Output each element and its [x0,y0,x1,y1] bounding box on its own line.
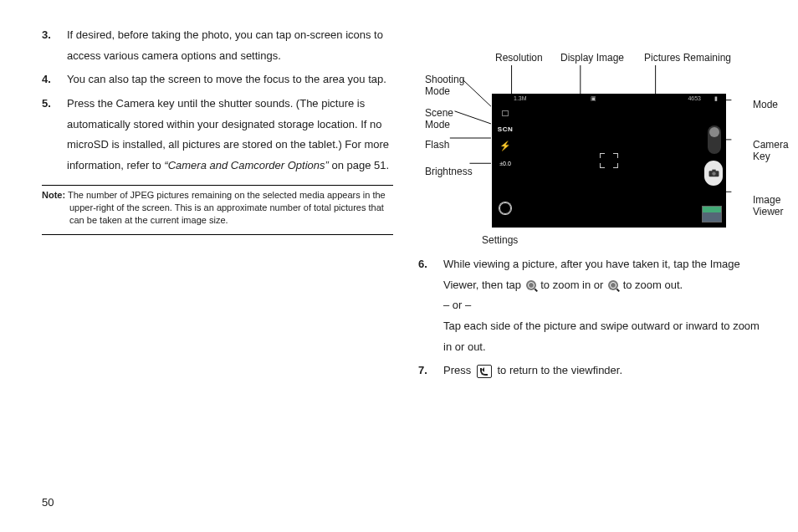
label-settings: Settings [482,234,518,246]
image-viewer-icon [702,206,722,223]
camera-topbar: 1.3M ▣ 4653 ▮ [492,95,726,105]
flash-icon: ⚡ [497,141,514,151]
cross-reference-page: on page 51. [329,159,389,171]
step-number: 4. [42,69,67,90]
note-label: Note: [42,190,65,200]
label-scene-mode: SceneMode [425,107,453,131]
step-text: You can also tap the screen to move the … [67,69,393,90]
brightness-icon: ±0.0 [497,161,514,166]
svg-point-13 [712,171,715,175]
step-number: 3. [42,25,67,66]
divider [42,234,393,235]
topbar-display-image-icon: ▣ [591,95,596,102]
camera-diagram: Resolution Display Image Pictures Remain… [418,33,766,243]
settings-icon [497,202,514,214]
camera-screen: 1.3M ▣ 4653 ▮ □ SCN ⚡ ±0.0 [492,94,726,228]
step-text: If desired, before taking the photo, you… [67,25,393,66]
label-mode: Mode [753,99,778,110]
step-number: 6. [418,254,443,357]
label-brightness: Brightness [425,166,473,177]
step-3: 3. If desired, before taking the photo, … [42,25,393,66]
label-resolution: Resolution [495,52,543,64]
shooting-mode-icon: □ [497,107,514,119]
step-text: Press to return to the viewfinder. [443,361,766,381]
label-image-viewer: ImageViewer [753,194,783,218]
zoom-out-icon [608,280,618,290]
step-7: 7. Press to return to the viewfinder. [418,361,766,381]
note-text: The number of JPEG pictures remaining on… [65,190,386,225]
back-icon [477,365,492,378]
step-number: 7. [418,361,443,381]
svg-rect-12 [712,170,715,171]
step-4: 4. You can also tap the screen to move t… [42,69,393,90]
zoom-in-icon [526,280,536,290]
mode-toggle-icon [708,125,721,154]
topbar-resolution: 1.3M [514,95,527,101]
instruction-list-left: 3. If desired, before taking the photo, … [42,25,393,176]
note-block: Note: The number of JPEG pictures remain… [42,189,393,227]
label-display-image: Display Image [560,52,624,64]
label-shooting-mode: ShootingMode [425,74,464,98]
step-text: While viewing a picture, after you have … [443,254,766,357]
focus-brackets-icon [600,153,618,168]
topbar-remaining: 4653 [688,95,701,101]
label-flash: Flash [425,139,449,151]
page-number: 50 [42,496,54,509]
divider [42,185,393,186]
step-6: 6. While viewing a picture, after you ha… [418,254,766,357]
battery-icon: ▮ [714,95,718,102]
instruction-list-right: 6. While viewing a picture, after you ha… [418,254,766,381]
cross-reference: “Camera and Camcorder Options” [164,159,329,171]
svg-line-3 [463,79,491,106]
or-separator: – or – [443,299,471,311]
scene-mode-icon: SCN [497,125,514,133]
step-number: 5. [42,94,67,176]
step-5: 5. Press the Camera key until the shutte… [42,94,393,176]
label-camera-key: CameraKey [753,139,789,163]
svg-line-4 [454,111,490,124]
label-pictures-remaining: Pictures Remaining [644,52,731,64]
camera-key-icon [704,161,723,186]
step-text: Press the Camera key until the shutter s… [67,94,393,176]
